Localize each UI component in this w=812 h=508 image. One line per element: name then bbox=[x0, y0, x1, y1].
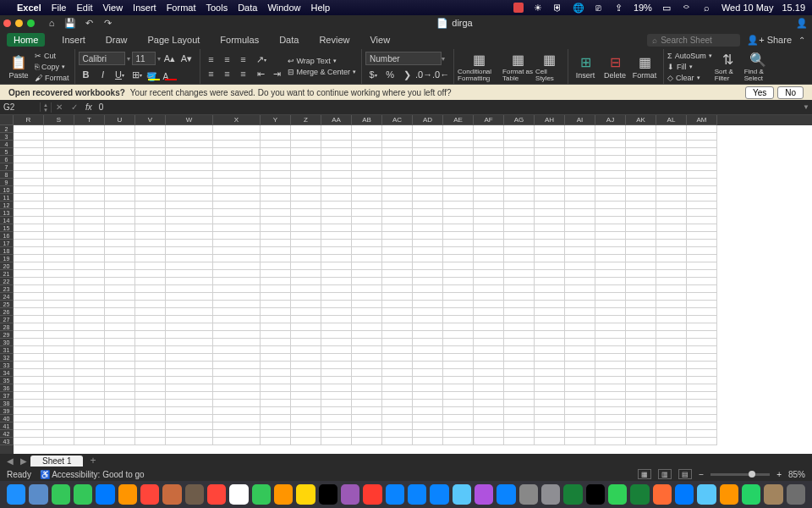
wifi-icon[interactable]: ⌔ bbox=[681, 2, 693, 14]
cell-U38[interactable] bbox=[105, 400, 135, 407]
cell-AH41[interactable] bbox=[535, 422, 565, 430]
cell-AA11[interactable] bbox=[321, 194, 352, 202]
cell-AI7[interactable] bbox=[565, 163, 595, 171]
cell-AC4[interactable] bbox=[382, 141, 413, 148]
cell-AK35[interactable] bbox=[626, 377, 656, 384]
cell-Z26[interactable] bbox=[291, 308, 321, 316]
cell-U40[interactable] bbox=[105, 415, 135, 422]
cell-R5[interactable] bbox=[14, 148, 44, 156]
cell-Z12[interactable] bbox=[291, 202, 321, 209]
cell-AE33[interactable] bbox=[443, 362, 474, 369]
column-header-W[interactable]: W bbox=[166, 115, 213, 125]
cell-U10[interactable] bbox=[105, 186, 135, 194]
cell-AJ26[interactable] bbox=[595, 308, 626, 316]
row-header-22[interactable]: 22 bbox=[0, 278, 14, 285]
cell-T37[interactable] bbox=[74, 392, 105, 400]
cell-AD2[interactable] bbox=[413, 125, 443, 133]
row-header-31[interactable]: 31 bbox=[0, 346, 14, 354]
cell-AG3[interactable] bbox=[504, 133, 535, 141]
cell-AK20[interactable] bbox=[626, 262, 656, 270]
cell-X8[interactable] bbox=[213, 171, 261, 179]
status-globe-icon[interactable]: 🌐 bbox=[573, 2, 584, 14]
cell-T32[interactable] bbox=[74, 354, 105, 362]
status-shield-icon[interactable]: ⛨ bbox=[552, 2, 564, 14]
cell-AA40[interactable] bbox=[321, 415, 352, 422]
cell-AB27[interactable] bbox=[352, 316, 382, 323]
cell-AF11[interactable] bbox=[474, 194, 504, 202]
cell-AD20[interactable] bbox=[413, 262, 443, 270]
cell-AE43[interactable] bbox=[443, 438, 474, 445]
cell-AE31[interactable] bbox=[443, 346, 474, 354]
cell-AF18[interactable] bbox=[474, 247, 504, 255]
column-header-AK[interactable]: AK bbox=[626, 115, 656, 125]
cell-AI6[interactable] bbox=[565, 156, 595, 163]
tab-draw[interactable]: Draw bbox=[102, 33, 131, 47]
cell-AB7[interactable] bbox=[352, 163, 382, 171]
cell-AI14[interactable] bbox=[565, 217, 595, 224]
row-header-30[interactable]: 30 bbox=[0, 339, 14, 346]
underline-button[interactable]: U▾ bbox=[112, 68, 128, 81]
cell-AA3[interactable] bbox=[321, 133, 352, 141]
cell-S9[interactable] bbox=[44, 179, 74, 186]
cell-AC21[interactable] bbox=[382, 270, 413, 278]
cell-W7[interactable] bbox=[166, 163, 213, 171]
cell-Y32[interactable] bbox=[261, 354, 291, 362]
cell-Z25[interactable] bbox=[291, 301, 321, 308]
cell-AM24[interactable] bbox=[687, 293, 717, 301]
cell-AF4[interactable] bbox=[474, 141, 504, 148]
cell-X37[interactable] bbox=[213, 392, 261, 400]
cell-AK30[interactable] bbox=[626, 339, 656, 346]
cell-U7[interactable] bbox=[105, 163, 135, 171]
cell-Z9[interactable] bbox=[291, 179, 321, 186]
cell-U18[interactable] bbox=[105, 247, 135, 255]
dock-app-24[interactable] bbox=[541, 484, 560, 505]
cell-AD31[interactable] bbox=[413, 346, 443, 354]
cell-AD36[interactable] bbox=[413, 384, 443, 392]
cell-AF19[interactable] bbox=[474, 255, 504, 262]
cell-AA5[interactable] bbox=[321, 148, 352, 156]
cell-AG4[interactable] bbox=[504, 141, 535, 148]
cell-S17[interactable] bbox=[44, 240, 74, 247]
cell-AF7[interactable] bbox=[474, 163, 504, 171]
cell-AI4[interactable] bbox=[565, 141, 595, 148]
cell-R21[interactable] bbox=[14, 270, 44, 278]
status-app-icon[interactable] bbox=[513, 3, 524, 13]
find-select-button[interactable]: 🔍 Find & Select bbox=[744, 51, 771, 83]
cell-AI21[interactable] bbox=[565, 270, 595, 278]
cell-S31[interactable] bbox=[44, 346, 74, 354]
cell-W36[interactable] bbox=[166, 384, 213, 392]
cell-Y5[interactable] bbox=[261, 148, 291, 156]
cell-R32[interactable] bbox=[14, 354, 44, 362]
tab-page-layout[interactable]: Page Layout bbox=[145, 33, 204, 47]
cell-R23[interactable] bbox=[14, 285, 44, 293]
fx-label[interactable]: fx bbox=[82, 102, 96, 112]
cell-AK38[interactable] bbox=[626, 400, 656, 407]
cell-T33[interactable] bbox=[74, 362, 105, 369]
cell-AD10[interactable] bbox=[413, 186, 443, 194]
cell-V39[interactable] bbox=[135, 407, 166, 415]
status-airdrop-icon[interactable]: ⇪ bbox=[613, 2, 625, 14]
cell-X38[interactable] bbox=[213, 400, 261, 407]
cell-W9[interactable] bbox=[166, 179, 213, 186]
cell-AB15[interactable] bbox=[352, 224, 382, 232]
cell-AD42[interactable] bbox=[413, 430, 443, 438]
cell-AI43[interactable] bbox=[565, 438, 595, 445]
cell-U16[interactable] bbox=[105, 232, 135, 240]
cell-AF37[interactable] bbox=[474, 392, 504, 400]
cell-AB33[interactable] bbox=[352, 362, 382, 369]
cell-AF38[interactable] bbox=[474, 400, 504, 407]
cell-W22[interactable] bbox=[166, 278, 213, 285]
cell-X42[interactable] bbox=[213, 430, 261, 438]
cell-Z27[interactable] bbox=[291, 316, 321, 323]
cell-AE18[interactable] bbox=[443, 247, 474, 255]
cell-AB4[interactable] bbox=[352, 141, 382, 148]
cell-T16[interactable] bbox=[74, 232, 105, 240]
cell-T9[interactable] bbox=[74, 179, 105, 186]
cell-X9[interactable] bbox=[213, 179, 261, 186]
cell-AI39[interactable] bbox=[565, 407, 595, 415]
cell-AG6[interactable] bbox=[504, 156, 535, 163]
cell-AJ43[interactable] bbox=[595, 438, 626, 445]
cell-AL29[interactable] bbox=[656, 331, 687, 339]
cell-AJ36[interactable] bbox=[595, 384, 626, 392]
cell-Y12[interactable] bbox=[261, 202, 291, 209]
